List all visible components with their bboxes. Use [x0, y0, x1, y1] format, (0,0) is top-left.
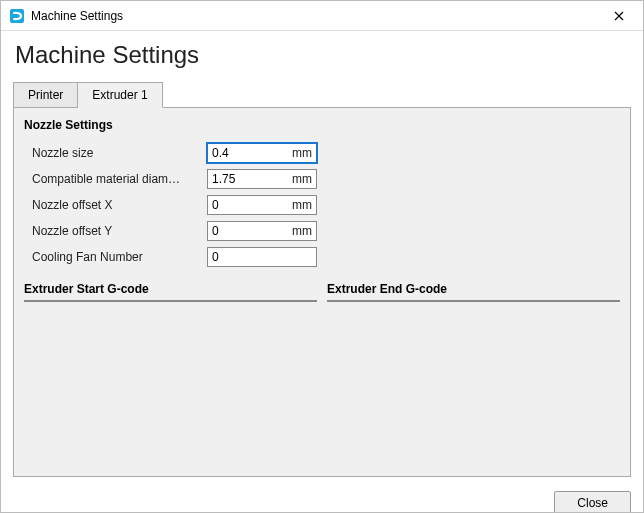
tab-label: Printer — [28, 88, 63, 102]
extruder-end-gcode-textarea[interactable] — [327, 300, 620, 302]
input-value: 0 — [212, 250, 312, 264]
nozzle-offset-x-label: Nozzle offset X — [32, 198, 207, 212]
input-unit: mm — [292, 224, 312, 238]
input-unit: mm — [292, 172, 312, 186]
input-value: 1.75 — [212, 172, 292, 186]
nozzle-size-input[interactable]: 0.4 mm — [207, 143, 317, 163]
material-diameter-label: Compatible material diam… — [32, 172, 207, 186]
material-diameter-input[interactable]: 1.75 mm — [207, 169, 317, 189]
cooling-fan-number-label: Cooling Fan Number — [32, 250, 207, 264]
app-icon — [9, 8, 25, 24]
nozzle-offset-y-label: Nozzle offset Y — [32, 224, 207, 238]
tab-bar: Printer Extruder 1 — [13, 81, 631, 107]
window-close-button[interactable] — [599, 2, 639, 30]
cooling-fan-number-input[interactable]: 0 — [207, 247, 317, 267]
page-title: Machine Settings — [15, 41, 629, 69]
tab-extruder-1[interactable]: Extruder 1 — [78, 82, 162, 108]
close-icon — [614, 11, 624, 21]
nozzle-offset-y-input[interactable]: 0 mm — [207, 221, 317, 241]
extruder-end-gcode-label: Extruder End G-code — [327, 282, 620, 296]
input-unit: mm — [292, 146, 312, 160]
extruder-start-gcode-label: Extruder Start G-code — [24, 282, 317, 296]
window-title: Machine Settings — [31, 9, 599, 23]
tab-panel: Nozzle Settings Nozzle size 0.4 mm Compa… — [13, 107, 631, 477]
close-button[interactable]: Close — [554, 491, 631, 513]
nozzle-settings-heading: Nozzle Settings — [24, 118, 620, 132]
nozzle-size-label: Nozzle size — [32, 146, 207, 160]
input-unit: mm — [292, 198, 312, 212]
tab-label: Extruder 1 — [92, 88, 147, 102]
input-value: 0 — [212, 198, 292, 212]
nozzle-offset-x-input[interactable]: 0 mm — [207, 195, 317, 215]
tab-printer[interactable]: Printer — [13, 82, 78, 108]
input-value: 0 — [212, 224, 292, 238]
input-value: 0.4 — [212, 146, 292, 160]
extruder-start-gcode-textarea[interactable] — [24, 300, 317, 302]
